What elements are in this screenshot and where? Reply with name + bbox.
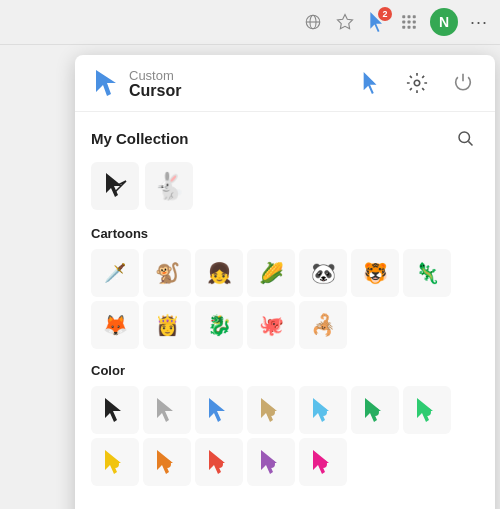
my-collection-title: My Collection — [91, 130, 189, 147]
color-cursor-cyan[interactable] — [299, 386, 347, 434]
popup-content: My Collection 🐇 Cartoons 🗡️ 🐒 � — [75, 112, 495, 502]
color-cursor-brown[interactable] — [247, 386, 295, 434]
svg-rect-7 — [402, 21, 405, 24]
extension-cursor-icon[interactable]: 2 — [366, 11, 388, 33]
thumb-item[interactable]: 🐉 — [195, 301, 243, 349]
color-cursor-red[interactable] — [195, 438, 243, 486]
logo-icon — [91, 68, 121, 98]
svg-point-19 — [423, 408, 431, 416]
color-cursor-purple[interactable] — [247, 438, 295, 486]
logo-line1: Custom — [129, 68, 181, 83]
svg-point-21 — [163, 460, 171, 468]
svg-line-15 — [468, 141, 472, 145]
color-cursor-black[interactable] — [91, 386, 139, 434]
cartoons-title: Cartoons — [91, 226, 479, 241]
popup-header: Custom Cursor — [75, 55, 495, 112]
collection-item[interactable] — [91, 162, 139, 210]
thumb-item[interactable]: 🗡️ — [91, 249, 139, 297]
color-grid — [91, 386, 479, 486]
thumb-item[interactable]: 🦊 — [91, 301, 139, 349]
badge-count: 2 — [378, 7, 392, 21]
globe-icon[interactable] — [302, 11, 324, 33]
svg-point-17 — [319, 408, 327, 416]
svg-rect-6 — [413, 15, 416, 18]
color-cursor-green[interactable] — [351, 386, 399, 434]
color-title: Color — [91, 363, 479, 378]
cartoons-section: Cartoons 🗡️ 🐒 👧 🌽 🐼 🐯 🦎 🦊 👸 🐉 🐙 🦂 — [91, 226, 479, 349]
svg-rect-10 — [402, 26, 405, 29]
svg-point-20 — [111, 460, 119, 468]
svg-point-22 — [215, 460, 223, 468]
thumb-item[interactable]: 🐙 — [247, 301, 295, 349]
color-cursor-green2[interactable] — [403, 386, 451, 434]
my-collection-header: My Collection — [91, 124, 479, 152]
color-cursor-orange[interactable] — [143, 438, 191, 486]
logo-line2: Cursor — [129, 83, 181, 99]
more-options-icon[interactable]: ··· — [468, 11, 490, 33]
logo-text: Custom Cursor — [129, 68, 181, 99]
thumb-item[interactable]: 👸 — [143, 301, 191, 349]
svg-rect-4 — [402, 15, 405, 18]
search-button[interactable] — [451, 124, 479, 152]
thumb-item[interactable]: 🐯 — [351, 249, 399, 297]
my-collection-items: 🐇 — [91, 162, 479, 210]
thumb-item[interactable]: 🌽 — [247, 249, 295, 297]
svg-marker-3 — [338, 15, 353, 29]
color-cursor-pink[interactable] — [299, 438, 347, 486]
svg-point-23 — [267, 460, 275, 468]
svg-rect-5 — [408, 15, 411, 18]
thumb-item[interactable]: 🦂 — [299, 301, 347, 349]
svg-point-13 — [414, 80, 420, 86]
svg-rect-9 — [413, 21, 416, 24]
collection-item-2[interactable]: 🐇 — [145, 162, 193, 210]
color-section: Color — [91, 363, 479, 486]
svg-rect-11 — [408, 26, 411, 29]
star-icon[interactable] — [334, 11, 356, 33]
svg-point-18 — [371, 408, 379, 416]
svg-rect-8 — [408, 21, 411, 24]
color-cursor-blue[interactable] — [195, 386, 243, 434]
header-controls — [355, 67, 479, 99]
color-cursor-yellow[interactable] — [91, 438, 139, 486]
svg-point-14 — [459, 132, 470, 143]
cursor-button[interactable] — [355, 67, 387, 99]
browser-topbar: 2 N ··· — [0, 0, 500, 45]
thumb-item[interactable]: 🐼 — [299, 249, 347, 297]
svg-rect-12 — [413, 26, 416, 29]
settings-button[interactable] — [401, 67, 433, 99]
extension-popup: Custom Cursor — [75, 55, 495, 509]
user-avatar[interactable]: N — [430, 8, 458, 36]
thumb-item[interactable]: 🦎 — [403, 249, 451, 297]
svg-point-24 — [319, 460, 327, 468]
grid-icon[interactable] — [398, 11, 420, 33]
cartoons-grid: 🗡️ 🐒 👧 🌽 🐼 🐯 🦎 🦊 👸 🐉 🐙 🦂 — [91, 249, 479, 349]
thumb-item[interactable]: 🐒 — [143, 249, 191, 297]
power-button[interactable] — [447, 67, 479, 99]
color-cursor-gray[interactable] — [143, 386, 191, 434]
popup-footer: Thêm con trỏ Tải lên con trỏ — [75, 502, 495, 509]
thumb-item[interactable]: 👧 — [195, 249, 243, 297]
logo: Custom Cursor — [91, 68, 181, 99]
svg-point-16 — [267, 408, 275, 416]
